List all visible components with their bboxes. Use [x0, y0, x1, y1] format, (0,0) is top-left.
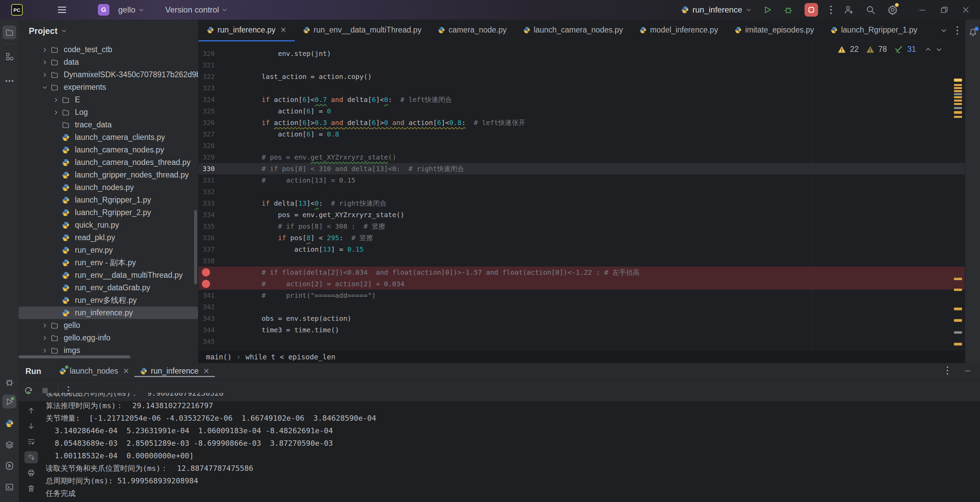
code-line-329[interactable]: 329 # pos = env.get_XYZrxryrz_state() — [199, 151, 965, 163]
tree-item-run_env-py[interactable]: run_env - 副本.py — [19, 256, 198, 269]
code-line-343[interactable]: 343 obs = env.step(action) — [199, 313, 965, 324]
code-line-327[interactable]: 327 action[6] = 0.8 — [199, 129, 965, 140]
code-line-337[interactable]: 337 action[13] = 0.15 — [199, 243, 965, 255]
line-number[interactable]: 323 — [199, 82, 229, 94]
breakpoint-icon[interactable] — [199, 278, 229, 290]
code-line-324[interactable]: 324 if action[6]<0.7 and delta[6]<0: # l… — [199, 94, 965, 105]
project-switcher[interactable]: gello — [118, 5, 144, 14]
breadcrumb-while[interactable]: while t < episode_len — [246, 353, 336, 361]
line-number[interactable]: 342 — [199, 301, 229, 313]
up-stack-trace-button[interactable] — [24, 404, 38, 417]
tree-horizontal-scrollbar[interactable] — [19, 355, 130, 358]
run-panel-options-button[interactable] — [946, 366, 949, 375]
line-number[interactable]: 320 — [199, 48, 229, 59]
code-line-341[interactable]: 341 # print("=====add=====") — [199, 290, 965, 301]
terminal-tool-button[interactable] — [2, 480, 16, 494]
editor-tab-launch_Rgripper_1-py[interactable]: launch_Rgripper_1.py — [822, 20, 926, 41]
project-tool-button[interactable] — [2, 25, 16, 39]
code-line-323[interactable]: 323 — [199, 82, 965, 94]
version-control-menu[interactable]: Version control — [165, 5, 228, 14]
line-number[interactable]: 329 — [199, 151, 229, 163]
line-number[interactable]: 326 — [199, 117, 229, 129]
tree-item-luanch_Rgripper_2-py[interactable]: luanch_Rgripper_2.py — [19, 206, 198, 219]
run-tab-launch_nodes[interactable]: launch_nodes✕ — [54, 363, 135, 377]
run-tool-button[interactable] — [2, 395, 16, 408]
run-tab-run_inference[interactable]: run_inference✕ — [134, 363, 215, 377]
down-stack-trace-button[interactable] — [24, 420, 38, 432]
tree-item-imgs[interactable]: imgs — [19, 344, 198, 357]
line-number[interactable]: 335 — [199, 221, 229, 232]
tree-item-launch_camera_clients-py[interactable]: launch_camera_clients.py — [19, 131, 198, 144]
tree-item-launch_Rgripper_1-py[interactable]: launch_Rgripper_1.py — [19, 194, 198, 206]
line-number[interactable]: 332 — [199, 186, 229, 197]
editor-tab-camera_node-py[interactable]: camera_node.py — [430, 20, 515, 41]
code-line-325[interactable]: 325 action[6] = 0 — [199, 105, 965, 117]
code-line-331[interactable]: 331 # action[13] = 0.15 — [199, 175, 965, 186]
tree-item-run_env-py[interactable]: run_env.py — [19, 244, 198, 256]
code-line-322[interactable]: 322 last_action = action.copy() — [199, 71, 965, 82]
tree-item-gello[interactable]: gello — [19, 319, 198, 332]
editor-tab-imitate_episodes-py[interactable]: imitate_episodes.py — [726, 20, 822, 41]
breakpoint-icon[interactable] — [199, 267, 229, 278]
tree-item-launch_camera_nodes-py[interactable]: launch_camera_nodes.py — [19, 144, 198, 156]
code-line-339[interactable]: # if float(delta[2])<0.034 and float(act… — [199, 267, 965, 278]
line-number[interactable]: 344 — [199, 324, 229, 336]
line-number[interactable]: 321 — [199, 59, 229, 71]
settings-button[interactable] — [887, 5, 898, 15]
tree-item-code_test_ctb[interactable]: code_test_ctb — [19, 43, 198, 56]
run-configuration-selector[interactable]: run_inference — [681, 5, 752, 14]
more-tool-windows-button[interactable] — [2, 74, 16, 88]
code-line-321[interactable]: 321 — [199, 59, 965, 71]
code-line-340[interactable]: # action[2] = action[2] + 0.034 — [199, 278, 965, 290]
services-tool-button[interactable] — [2, 438, 16, 451]
tree-item-trace_data[interactable]: trace_data — [19, 119, 198, 131]
code-line-328[interactable]: 328 — [199, 140, 965, 151]
line-number[interactable]: 333 — [199, 197, 229, 209]
line-number[interactable]: 341 — [199, 290, 229, 301]
editor-tab-run_env__data_multiThread-py[interactable]: run_env__data_multiThread.py — [295, 20, 430, 41]
code-line-335[interactable]: 335 # if pos[8] < 308 : # 竖擦 — [199, 221, 965, 232]
code-line-320[interactable]: 320 env.step(jnt) — [199, 48, 965, 59]
breadcrumb-main[interactable]: main() — [206, 353, 232, 361]
line-number[interactable]: 325 — [199, 105, 229, 117]
print-button[interactable] — [24, 467, 38, 479]
code-line-338[interactable]: 338 — [199, 255, 965, 267]
tree-item-data[interactable]: data — [19, 56, 198, 68]
code-with-me-button[interactable] — [844, 5, 854, 15]
close-tab-icon[interactable]: ✕ — [203, 367, 209, 376]
code-line-333[interactable]: 333 if delta[13]<0: # right快速闭合 — [199, 197, 965, 209]
structure-tool-button[interactable] — [2, 49, 16, 64]
project-panel-header[interactable]: Project — [19, 20, 198, 42]
code-editor[interactable]: 320 env.step(jnt)321322 last_action = ac… — [199, 41, 965, 351]
python-packages-tool-button[interactable] — [2, 416, 16, 430]
tree-item-launch_nodes-py[interactable]: launch_nodes.py — [19, 181, 198, 194]
line-number[interactable]: 334 — [199, 209, 229, 221]
line-number[interactable]: 322 — [199, 71, 229, 82]
python-console-tool-button[interactable] — [2, 459, 16, 473]
run-button[interactable] — [763, 5, 772, 14]
tree-item-DynamixelSDK-3450c7078917b262d9b36[interactable]: DynamixelSDK-3450c7078917b262d9b36 — [19, 68, 198, 81]
soft-wrap-button[interactable] — [24, 435, 38, 448]
code-line-336[interactable]: 336 if pos[8] < 295: # 竖擦 — [199, 232, 965, 243]
editor-tab-model_inference-py[interactable]: model_inference.py — [631, 20, 726, 41]
tree-item-gello-egg-info[interactable]: gello.egg-info — [19, 332, 198, 344]
line-number[interactable]: 327 — [199, 129, 229, 140]
tree-item-E[interactable]: E — [19, 94, 198, 106]
line-number[interactable]: 338 — [199, 255, 229, 267]
debug-tool-button[interactable] — [2, 375, 16, 389]
editor-tab-launch_camera_nodes-py[interactable]: launch_camera_nodes.py — [515, 20, 631, 41]
line-number[interactable]: 336 — [199, 232, 229, 243]
tree-item-quick_run-py[interactable]: quick_run.py — [19, 219, 198, 231]
code-line-334[interactable]: 334 pos = env.get_XYZrxryrz_state() — [199, 209, 965, 221]
run-panel-hide-button[interactable] — [964, 367, 972, 375]
tree-item-experiments[interactable]: experiments — [19, 81, 198, 94]
tree-item-run_env__data_multiThread-py[interactable]: run_env__data_multiThread.py — [19, 269, 198, 281]
scroll-to-end-button[interactable] — [24, 451, 38, 463]
tab-options-button[interactable] — [956, 26, 959, 35]
window-close-button[interactable] — [962, 6, 970, 14]
code-line-342[interactable]: 342 — [199, 301, 965, 313]
search-everywhere-button[interactable] — [865, 5, 876, 15]
tree-item-launch_camera_nodes_thread-py[interactable]: launch_camera_nodes_thread.py — [19, 156, 198, 169]
code-line-326[interactable]: 326 if action[6]>0.3 and delta[6]>0 and … — [199, 117, 965, 129]
debug-button[interactable] — [784, 5, 793, 14]
